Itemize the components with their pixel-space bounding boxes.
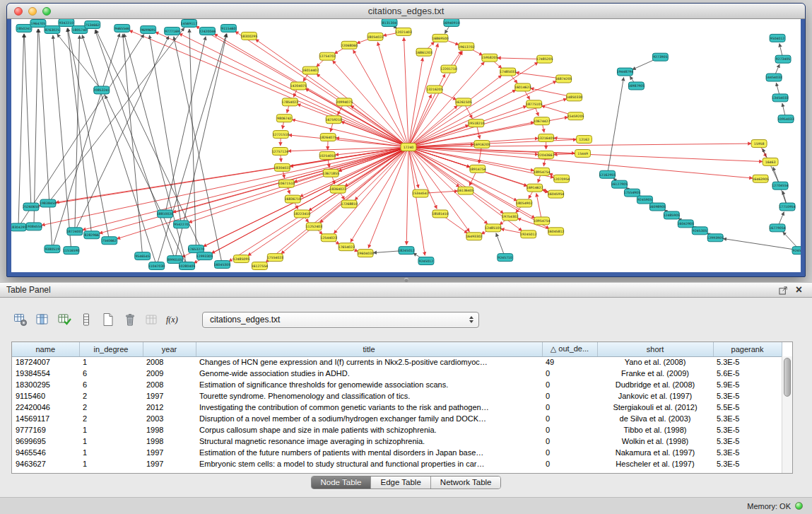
graph-node[interactable]: 12757124 [272,147,288,155]
graph-node[interactable]: 18914754 [469,165,486,173]
graph-node[interactable]: 9273405 [775,55,791,63]
graph-node[interactable]: 19384554 [25,223,42,230]
graph-node[interactable]: 17268810 [341,200,357,208]
graph-node[interactable]: 11252403 [306,223,322,230]
graph-node[interactable]: 17710954 [779,203,795,211]
table-row[interactable]: 969969511998Structural magnetic resonanc… [12,436,782,447]
column-chooser-icon[interactable] [33,311,52,328]
graph-node[interactable]: 25260650 [23,203,39,211]
graph-node[interactable]: 18054022 [367,33,383,40]
table-row[interactable]: 1872400712008Changes of HCN gene express… [12,356,782,368]
graph-node[interactable]: 16127905 [611,180,628,188]
graph-node[interactable]: 14569117 [181,19,197,27]
column-header-year[interactable]: year [143,342,196,356]
graph-node[interactable]: 9546545 [135,252,151,260]
close-panel-icon[interactable]: × [796,285,802,295]
network-canvas[interactable]: 1724012021403180540222206806012754702160… [11,19,801,272]
table-row[interactable]: 911546021997Tourette syndrome. Phenomeno… [12,390,782,402]
table-scrollbar[interactable] [782,356,792,473]
graph-node[interactable]: 10280405 [179,262,195,270]
graph-node[interactable]: 16098905 [649,203,666,211]
graph-node[interactable]: 14454033 [765,74,782,81]
graph-node[interactable]: 16045305 [214,261,230,269]
graph-node[interactable]: 22068060 [341,41,357,49]
graph-node[interactable]: 14850330 [566,93,582,101]
graph-node[interactable]: 15449 [575,149,591,157]
graph-node[interactable]: 9380519 [45,245,60,253]
graph-node[interactable]: 22420046 [199,27,216,35]
graph-node[interactable]: 10674427 [534,117,550,125]
column-header-pagerank[interactable]: pagerank [713,342,782,356]
graph-node[interactable]: 18264075 [320,134,336,141]
graph-node[interactable]: 16914627 [526,184,543,192]
graph-node[interactable]: 9273905 [652,53,668,61]
graph-node[interactable]: 16940910 [443,19,459,26]
citation-network-graph[interactable]: 1724012021403180540222206806012754702160… [11,19,801,272]
graph-node[interactable]: 18810020 [157,210,173,218]
graph-node[interactable]: 15344547 [412,189,428,197]
graph-node[interactable]: 20853241 [93,86,110,94]
graph-node[interactable]: 15459205 [567,112,584,120]
graph-node[interactable]: 16861203 [416,48,432,56]
graph-node[interactable]: 8763025 [45,25,60,33]
table-options-icon[interactable] [11,311,30,328]
graph-node[interactable]: 12485095 [233,255,249,263]
table-row[interactable]: 946554611997Estimation of the future num… [12,447,782,458]
graph-node[interactable]: 12021403 [395,28,411,35]
graph-node[interactable]: 11516590 [63,247,79,255]
graph-node[interactable]: 18300295 [241,32,257,40]
graph-node[interactable]: 12721510 [273,131,289,139]
graph-node[interactable]: 22043667 [538,151,554,158]
graph-node[interactable]: 9504012 [770,34,785,42]
graph-node[interactable]: 9542270 [174,221,189,228]
graph-node[interactable]: 9115460 [220,24,236,32]
graph-node[interactable]: 13216405 [538,134,554,142]
column-header-short[interactable]: short [597,342,713,356]
graph-node[interactable]: 12993905 [707,234,724,242]
graph-node[interactable]: 18581410 [432,210,448,218]
graph-node[interactable]: 13671855 [323,169,339,177]
graph-node[interactable]: 12162955 [599,170,616,178]
graph-node[interactable]: 17854022 [282,98,298,106]
column-header-name[interactable]: name [12,342,79,356]
graph-node[interactable]: 15958 [751,140,767,148]
graph-node[interactable]: 9245305 [692,227,707,235]
graph-node[interactable]: 13454033 [772,94,788,102]
graph-node[interactable]: 16463905 [752,175,768,182]
graph-node[interactable]: 8131304 [382,19,397,26]
graph-node[interactable]: 13216205 [426,86,442,93]
graph-node[interactable]: 20994075 [336,98,352,106]
graph-node[interactable]: 19613702 [458,42,474,50]
graph-node[interactable]: 17485205 [536,55,553,63]
graph-node[interactable]: 8282966 [84,231,100,239]
graph-node[interactable]: 16916205 [473,141,490,148]
graph-node[interactable]: 18304295 [11,223,27,231]
row-view-icon[interactable] [77,311,95,328]
graph-node[interactable]: 10254055 [319,151,336,159]
graph-node[interactable]: 16261505 [455,98,471,106]
graph-node[interactable]: 2850241 [16,24,32,32]
graph-node[interactable]: 11047030 [148,262,165,270]
minimize-window-button[interactable] [28,7,37,16]
graph-node[interactable]: 9245415 [792,247,801,255]
graph-node[interactable]: 17653270 [188,245,204,253]
graph-node[interactable]: 16045954 [548,190,564,198]
column-header-out_de[interactable]: △ out_de... [542,342,597,356]
graph-node[interactable]: 18054902 [516,199,532,207]
graph-node[interactable]: 7540662 [102,237,117,245]
graph-node[interactable]: 12485105 [485,224,501,232]
table-row[interactable]: 977716911998Corpus callosum shape and si… [12,424,782,436]
graph-node[interactable]: 12544023 [321,234,337,242]
graph-node[interactable]: 12993305 [196,252,213,260]
graph-node[interactable]: 16463 [763,158,778,165]
graph-node[interactable]: 9777169 [165,27,180,35]
graph-node[interactable]: 18223410 [294,210,310,218]
graph-node[interactable]: 18954754 [534,168,550,175]
graph-node[interactable]: 16759210 [326,116,342,124]
import-table-icon[interactable] [143,311,161,328]
graph-node[interactable]: 16869500 [432,34,448,42]
graph-node[interactable]: 19518210 [468,119,484,127]
graph-node[interactable]: 19754302 [502,213,518,221]
graph-node[interactable]: 16874205 [555,75,572,83]
table-row[interactable]: 1456911722003Disruption of a novel membe… [12,413,782,424]
